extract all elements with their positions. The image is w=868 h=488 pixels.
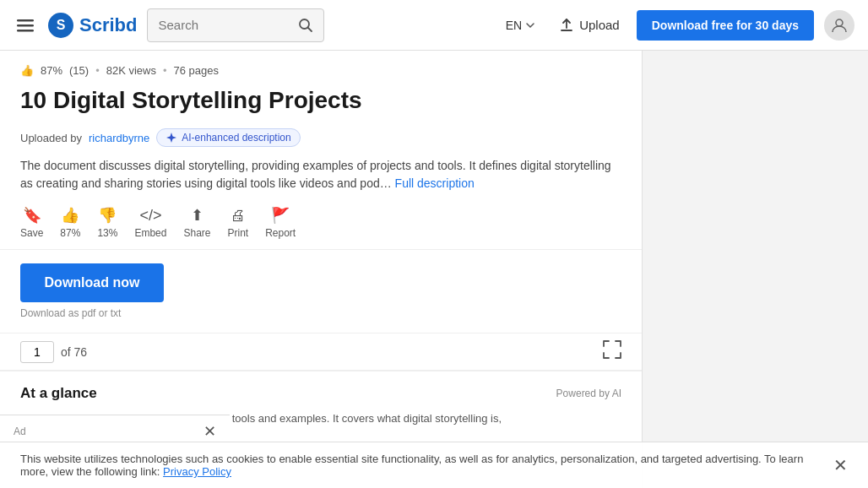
chevron-down-icon	[525, 20, 535, 30]
flag-icon: 🚩	[271, 206, 290, 225]
thumbs-down-icon: 👎	[98, 206, 117, 225]
report-label: Report	[265, 227, 296, 239]
svg-line-6	[307, 27, 312, 31]
doc-meta: 👍 87% (15) • 82K views • 76 pages	[20, 64, 621, 77]
search-button[interactable]	[298, 18, 313, 33]
cookie-banner: This website utilizes technologies such …	[0, 442, 868, 488]
user-icon	[831, 17, 848, 34]
share-label: Share	[183, 227, 210, 239]
ad-label: Ad	[14, 426, 26, 437]
cookie-message: This website utilizes technologies such …	[20, 453, 803, 478]
thumbs-up-icon: 👍	[20, 64, 34, 77]
print-action[interactable]: 🖨 Print	[227, 207, 248, 239]
like-label: 87%	[60, 227, 80, 239]
svg-rect-0	[17, 19, 34, 22]
ai-badge-label: AI-enhanced description	[182, 132, 290, 144]
full-description-link[interactable]: Full description	[395, 176, 475, 190]
rating-count: (15)	[69, 64, 89, 77]
dot-separator-1: •	[95, 64, 100, 77]
document-title: 10 Digital Storytelling Projects	[20, 85, 621, 115]
uploaded-by-label: Uploaded by	[20, 132, 82, 144]
fullscreen-icon	[603, 340, 621, 359]
document-info: 👍 87% (15) • 82K views • 76 pages 10 Dig…	[0, 51, 642, 192]
action-bar: 🔖 Save 👍 87% 👎 13% </> Embed ⬆ Share 🖨	[0, 206, 642, 250]
report-action[interactable]: 🚩 Report	[265, 206, 296, 239]
print-label: Print	[227, 227, 248, 239]
language-selector[interactable]: EN	[499, 15, 542, 35]
dislike-action[interactable]: 👎 13%	[97, 206, 117, 239]
cookie-text: This website utilizes technologies such …	[20, 453, 820, 478]
fullscreen-button[interactable]	[603, 340, 621, 363]
download-as-text: Download as pdf or txt	[20, 307, 621, 319]
embed-action[interactable]: </> Embed	[134, 207, 166, 239]
download-free-button[interactable]: Download free for 30 days	[637, 10, 814, 41]
dislike-label: 13%	[97, 227, 117, 239]
page-total: of 76	[61, 345, 87, 359]
svg-text:S: S	[57, 18, 66, 32]
description-text: The document discusses digital storytell…	[20, 159, 611, 190]
upload-icon	[559, 18, 574, 33]
scribd-logo[interactable]: S Scribd	[47, 12, 137, 39]
svg-marker-9	[166, 133, 176, 143]
share-icon: ⬆	[191, 206, 203, 225]
embed-icon: </>	[139, 207, 161, 225]
search-input[interactable]	[158, 18, 290, 32]
at-a-glance-title: At a glance	[20, 385, 97, 402]
menu-button[interactable]	[14, 14, 37, 37]
scribd-logo-icon: S	[47, 12, 74, 39]
author-link[interactable]: richardbyrne	[89, 132, 149, 144]
ai-badge: AI-enhanced description	[156, 128, 300, 147]
svg-rect-2	[17, 30, 34, 32]
page-number-input[interactable]	[20, 341, 54, 363]
search-bar	[147, 8, 323, 42]
cookie-close-button[interactable]: ✕	[833, 455, 848, 475]
hamburger-icon	[17, 17, 34, 34]
uploaded-by: Uploaded by richardbyrne AI-enhanced des…	[20, 128, 621, 147]
print-icon: 🖨	[231, 207, 246, 225]
lang-text: EN	[506, 19, 522, 32]
save-label: Save	[20, 227, 43, 239]
scribd-logo-text: Scribd	[79, 14, 137, 36]
thumbs-up-action-icon: 👍	[61, 206, 79, 225]
upload-button[interactable]: Upload	[552, 14, 627, 36]
at-a-glance-header: At a glance Powered by AI	[20, 385, 621, 402]
page-navigation: of 76	[0, 333, 642, 371]
sidebar-right	[642, 51, 868, 488]
download-now-button[interactable]: Download now	[20, 263, 164, 302]
navbar: S Scribd EN Upload Download free for 30 …	[0, 0, 868, 51]
doc-description: The document discusses digital storytell…	[20, 157, 621, 192]
svg-rect-1	[17, 24, 34, 27]
embed-label: Embed	[134, 227, 166, 239]
share-action[interactable]: ⬆ Share	[183, 206, 210, 239]
pages-count: 76 pages	[174, 64, 220, 77]
user-avatar-button[interactable]	[824, 10, 854, 41]
like-action[interactable]: 👍 87%	[60, 206, 80, 239]
bookmark-icon: 🔖	[23, 206, 41, 225]
privacy-policy-link[interactable]: Privacy Policy	[163, 465, 231, 478]
upload-label: Upload	[579, 18, 620, 32]
dot-separator-2: •	[163, 64, 167, 77]
sparkle-icon	[165, 132, 177, 144]
svg-point-8	[836, 19, 843, 26]
rating-percent: 87%	[41, 64, 62, 77]
save-action[interactable]: 🔖 Save	[20, 206, 43, 239]
views-count: 82K views	[106, 64, 156, 77]
search-icon	[298, 18, 313, 33]
powered-by-ai-label: Powered by AI	[556, 388, 621, 399]
ad-close-button[interactable]: ✕	[203, 422, 216, 441]
download-section: Download now Download as pdf or txt	[0, 263, 642, 333]
